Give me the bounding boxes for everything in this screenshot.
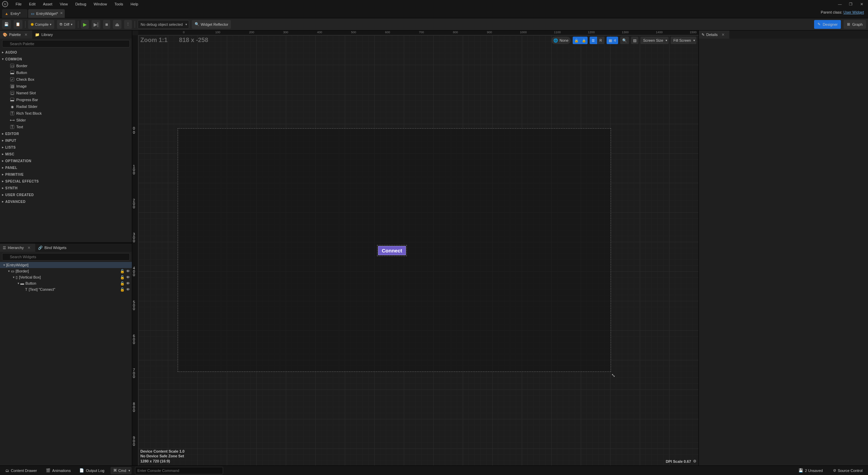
close-icon[interactable]: ✕ bbox=[27, 246, 31, 250]
lock-icon[interactable]: 🔓 bbox=[120, 287, 125, 292]
play-options-button[interactable]: ⋮ bbox=[124, 20, 132, 29]
outline-toggle[interactable]: ▨ bbox=[631, 37, 638, 44]
menu-help[interactable]: Help bbox=[128, 1, 141, 7]
eject-button[interactable]: ⏏ bbox=[113, 20, 121, 29]
eye-icon[interactable]: 👁 bbox=[126, 281, 130, 286]
menu-debug[interactable]: Debug bbox=[73, 1, 89, 7]
palette-item-border[interactable]: ▭Border bbox=[0, 62, 132, 69]
animations-button[interactable]: 🎬 Animations bbox=[43, 467, 73, 474]
expand-icon[interactable]: ▾ bbox=[16, 282, 20, 285]
connect-button[interactable]: Connect bbox=[378, 246, 406, 255]
hierarchy-search-input[interactable] bbox=[2, 253, 130, 261]
debug-object-dropdown[interactable]: No debug object selected bbox=[138, 20, 189, 29]
lock-icon[interactable]: 🔓 bbox=[120, 275, 125, 280]
compile-button[interactable]: Compile ▾ bbox=[28, 20, 54, 29]
palette-tree[interactable]: AUDIO COMMON ▭Border ▬Button ✓Check Box … bbox=[0, 49, 132, 205]
palette-item-namedslot[interactable]: ◻Named Slot bbox=[0, 90, 132, 96]
section-special-effects[interactable]: SPECIAL EFFECTS bbox=[0, 178, 132, 185]
maximize-button[interactable]: ❐ bbox=[846, 1, 855, 7]
hierarchy-root[interactable]: ▾ [EntryWidget] bbox=[0, 262, 132, 268]
zoom-controls[interactable]: 🔍 bbox=[620, 37, 629, 44]
hierarchy-item-text[interactable]: T [Text] "Connect" 🔓👁 bbox=[0, 286, 132, 292]
lock-icon[interactable]: 🔓 bbox=[120, 281, 125, 286]
tab-details[interactable]: ✎ Details ✕ bbox=[699, 31, 729, 39]
section-audio[interactable]: AUDIO bbox=[0, 49, 132, 56]
output-log-button[interactable]: 📄 Output Log bbox=[77, 467, 107, 474]
content-drawer-button[interactable]: 🗂 Content Drawer bbox=[3, 467, 40, 474]
tab-entry[interactable]: ▲ Entry* bbox=[2, 9, 27, 18]
palette-item-richtext[interactable]: TRich Text Block bbox=[0, 110, 132, 117]
palette-item-progressbar[interactable]: ▬Progress Bar bbox=[0, 96, 132, 103]
section-input[interactable]: INPUT bbox=[0, 137, 132, 144]
section-user-created[interactable]: USER CREATED bbox=[0, 191, 132, 198]
resize-handle-icon[interactable]: ⤡ bbox=[611, 373, 615, 378]
localization-button[interactable]: 🌐 None bbox=[551, 37, 570, 44]
tab-palette[interactable]: 🎨 Palette ✕ bbox=[0, 31, 32, 39]
browse-button[interactable]: 📋 bbox=[14, 20, 22, 29]
layout-button[interactable]: ☰ bbox=[590, 37, 597, 44]
tab-entrywidget[interactable]: ▭ EntryWidget* ✕ bbox=[28, 9, 65, 18]
menu-asset[interactable]: Asset bbox=[40, 1, 55, 7]
gear-icon[interactable]: ⚙ bbox=[693, 459, 696, 463]
screen-size-dropdown[interactable]: Screen Size bbox=[640, 37, 669, 44]
menu-tools[interactable]: Tools bbox=[112, 1, 126, 7]
palette-item-radialslider[interactable]: ◉Radial Slider bbox=[0, 103, 132, 110]
tab-bind-widgets[interactable]: 🔗 Bind Widgets bbox=[35, 244, 71, 252]
expand-icon[interactable]: ▾ bbox=[12, 276, 16, 279]
menu-window[interactable]: Window bbox=[91, 1, 110, 7]
unsaved-button[interactable]: 💾 2 Unsaved bbox=[796, 467, 826, 474]
menu-view[interactable]: View bbox=[57, 1, 71, 7]
parent-class-link[interactable]: User Widget bbox=[843, 10, 864, 14]
minimize-button[interactable]: — bbox=[835, 1, 844, 7]
widget-reflector-button[interactable]: 🔍 Widget Reflector bbox=[192, 20, 231, 29]
designer-mode-button[interactable]: ✎ Designer bbox=[814, 20, 841, 29]
close-button[interactable]: ✕ bbox=[857, 1, 866, 7]
eye-icon[interactable]: 👁 bbox=[126, 287, 130, 292]
render-button[interactable]: R bbox=[597, 37, 605, 44]
play-button[interactable]: ▶ bbox=[81, 20, 89, 29]
tab-library[interactable]: 📁 Library bbox=[32, 31, 58, 39]
source-control-button[interactable]: ⊘ Source Control bbox=[830, 467, 865, 474]
hierarchy-item-border[interactable]: ▾ ▭ [Border] 🔓👁 bbox=[0, 268, 132, 274]
palette-item-button[interactable]: ▬Button bbox=[0, 69, 132, 76]
section-synth[interactable]: SYNTH bbox=[0, 185, 132, 191]
eye-icon[interactable]: 👁 bbox=[126, 269, 130, 273]
canvas-viewport[interactable]: Zoom 1:1 818 x -258 🌐 None 🔓 🔒 ☰ R ▦ 4 bbox=[138, 35, 698, 466]
close-icon[interactable]: ✕ bbox=[722, 33, 725, 37]
menu-edit[interactable]: Edit bbox=[26, 1, 38, 7]
save-button[interactable]: 💾 bbox=[2, 20, 11, 29]
grid-snap-button[interactable]: ▦ 4 bbox=[607, 37, 618, 44]
section-optimization[interactable]: OPTIMIZATION bbox=[0, 157, 132, 164]
palette-item-slider[interactable]: ⟷Slider bbox=[0, 117, 132, 124]
section-common[interactable]: COMMON bbox=[0, 56, 132, 62]
diff-button[interactable]: ⧉ Diff ▾ bbox=[57, 20, 75, 29]
close-icon[interactable]: ✕ bbox=[60, 11, 63, 15]
tab-hierarchy[interactable]: ☰ Hierarchy ✕ bbox=[0, 244, 35, 252]
expand-icon[interactable]: ▾ bbox=[2, 263, 6, 267]
palette-item-image[interactable]: ▧Image bbox=[0, 83, 132, 90]
section-primitive[interactable]: PRIMITIVE bbox=[0, 171, 132, 178]
hierarchy-tree[interactable]: ▾ [EntryWidget] ▾ ▭ [Border] 🔓👁 ▾ ▯ [Ver… bbox=[0, 262, 132, 466]
lock-button[interactable]: 🔒 bbox=[580, 37, 588, 44]
console-input[interactable] bbox=[135, 467, 223, 474]
section-panel[interactable]: PANEL bbox=[0, 164, 132, 171]
section-misc[interactable]: MISC bbox=[0, 151, 132, 157]
eye-icon[interactable]: 👁 bbox=[126, 275, 130, 280]
menu-file[interactable]: File bbox=[13, 1, 24, 7]
section-lists[interactable]: LISTS bbox=[0, 144, 132, 151]
expand-icon[interactable]: ▾ bbox=[7, 269, 11, 273]
hierarchy-item-button[interactable]: ▾ ▬ Button 🔓👁 bbox=[0, 280, 132, 286]
unlock-button[interactable]: 🔓 bbox=[573, 37, 580, 44]
section-advanced[interactable]: ADVANCED bbox=[0, 198, 132, 205]
fill-screen-dropdown[interactable]: Fill Screen bbox=[671, 37, 696, 44]
palette-search-input[interactable] bbox=[2, 40, 130, 48]
close-icon[interactable]: ✕ bbox=[24, 33, 27, 37]
designer-canvas[interactable]: 0100200300400500600700800900100011001200… bbox=[132, 31, 698, 466]
cmd-dropdown[interactable]: ⌘ Cmd bbox=[111, 467, 132, 474]
section-editor[interactable]: EDITOR bbox=[0, 130, 132, 137]
stop-button[interactable]: ■ bbox=[103, 20, 110, 29]
palette-item-text[interactable]: TText bbox=[0, 124, 132, 130]
hierarchy-item-vbox[interactable]: ▾ ▯ [Vertical Box] 🔓👁 bbox=[0, 274, 132, 280]
lock-icon[interactable]: 🔓 bbox=[120, 269, 125, 273]
graph-mode-button[interactable]: ⊞ Graph bbox=[844, 20, 866, 29]
